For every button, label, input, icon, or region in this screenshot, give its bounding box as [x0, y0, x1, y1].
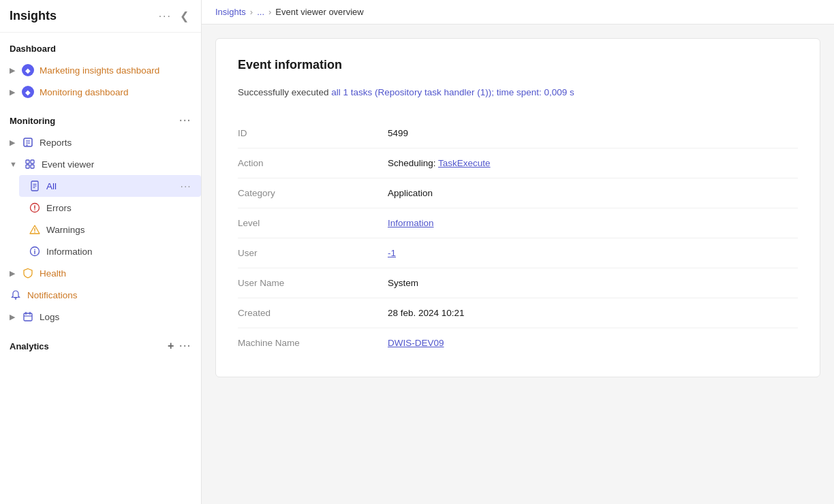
- machine-link[interactable]: DWIS-DEV09: [388, 338, 444, 348]
- svg-rect-4: [26, 160, 29, 163]
- sidebar-title: Insights: [10, 9, 57, 23]
- content-area: Event information Successfully executed …: [202, 25, 834, 504]
- field-value-level: Information: [388, 208, 798, 238]
- sidebar-item-errors[interactable]: Errors: [19, 197, 201, 219]
- field-value-id: 5499: [388, 119, 798, 148]
- sidebar-item-logs[interactable]: ▶ Logs: [0, 306, 201, 328]
- dashboard-nav-group: ▶ ◆ Marketing insights dashboard ▶ ◆ Mon…: [0, 58, 201, 104]
- chevron-down-icon: ▼: [10, 160, 17, 168]
- svg-rect-7: [31, 165, 34, 168]
- triangle-warn-icon: [29, 223, 41, 236]
- sidebar-item-all[interactable]: All ···: [19, 175, 201, 197]
- event-viewer-subnav: All ··· Errors Warnings: [0, 175, 201, 262]
- monitoring-section-label: Monitoring ···: [0, 104, 201, 130]
- grid-icon: [24, 158, 36, 170]
- field-value-action: Scheduling: TaskExecute: [388, 148, 798, 178]
- svg-rect-23: [24, 313, 32, 321]
- analytics-actions: + ···: [168, 340, 191, 352]
- table-row-created: Created 28 feb. 2024 10:21: [238, 298, 798, 328]
- level-link[interactable]: Information: [388, 218, 434, 228]
- sidebar-collapse-button[interactable]: ❮: [177, 8, 191, 24]
- user-link[interactable]: -1: [388, 248, 396, 258]
- breadcrumb-current: Event viewer overview: [275, 7, 363, 17]
- sidebar-item-notifications[interactable]: Notifications: [0, 284, 201, 306]
- table-row-category: Category Application: [238, 178, 798, 208]
- event-info-card: Event information Successfully executed …: [215, 38, 820, 377]
- chevron-icon: ▶: [10, 138, 15, 147]
- field-label-level: Level: [238, 208, 388, 238]
- table-row-user: User -1: [238, 238, 798, 268]
- field-label-machine: Machine Name: [238, 328, 388, 358]
- reports-icon: [22, 136, 34, 148]
- field-value-username: System: [388, 268, 798, 298]
- sidebar: Insights ··· ❮ Dashboard ▶ ◆ Marketing i…: [0, 0, 202, 504]
- field-label-id: ID: [238, 119, 388, 148]
- field-value-category: Application: [388, 178, 798, 208]
- breadcrumb-dots[interactable]: ...: [257, 7, 264, 17]
- svg-rect-6: [26, 165, 29, 168]
- calendar-icon: [22, 311, 34, 323]
- event-info-table: ID 5499 Action Scheduling: TaskExecute C…: [238, 119, 798, 358]
- doc-icon: [29, 180, 41, 192]
- svg-point-19: [34, 249, 35, 251]
- table-row-action: Action Scheduling: TaskExecute: [238, 148, 798, 178]
- success-message: Successfully executed all 1 tasks (Repos…: [238, 86, 798, 99]
- main-content: Insights › ... › Event viewer overview E…: [202, 0, 834, 504]
- breadcrumb-sep-2: ›: [268, 7, 271, 17]
- sidebar-item-warnings[interactable]: Warnings: [19, 219, 201, 240]
- dashboard-section-label: Dashboard: [0, 33, 201, 58]
- sidebar-header-actions: ··· ❮: [159, 8, 191, 24]
- field-label-created: Created: [238, 298, 388, 328]
- sidebar-header: Insights ··· ❮: [0, 0, 201, 33]
- globe-icon-2: ◆: [22, 86, 34, 98]
- analytics-add-button[interactable]: +: [168, 340, 174, 352]
- table-row-machine: Machine Name DWIS-DEV09: [238, 328, 798, 358]
- circle-err-icon: [29, 202, 41, 214]
- field-label-action: Action: [238, 148, 388, 178]
- field-value-machine: DWIS-DEV09: [388, 328, 798, 358]
- sidebar-item-marketing[interactable]: ▶ ◆ Marketing insights dashboard: [0, 59, 201, 81]
- chevron-icon: ▶: [10, 88, 15, 97]
- svg-point-14: [34, 209, 35, 210]
- monitoring-nav-group: ▶ Reports ▼ Event viewer All ···: [0, 130, 201, 329]
- breadcrumb-sep-1: ›: [250, 7, 253, 17]
- svg-rect-5: [31, 160, 34, 163]
- sidebar-item-health[interactable]: ▶ Health: [0, 262, 201, 284]
- circle-info-icon: [29, 245, 41, 257]
- svg-point-22: [15, 298, 16, 300]
- field-value-created: 28 feb. 2024 10:21: [388, 298, 798, 328]
- sidebar-item-monitoring-dash[interactable]: ▶ ◆ Monitoring dashboard: [0, 81, 201, 103]
- table-row-username: User Name System: [238, 268, 798, 298]
- chevron-icon: ▶: [10, 269, 15, 278]
- monitoring-more-button[interactable]: ···: [179, 115, 191, 126]
- sidebar-item-reports[interactable]: ▶ Reports: [0, 131, 201, 153]
- sidebar-more-button[interactable]: ···: [159, 10, 172, 22]
- field-label-category: Category: [238, 178, 388, 208]
- chevron-icon: ▶: [10, 66, 15, 75]
- action-link[interactable]: TaskExecute: [438, 158, 491, 168]
- analytics-section-label: Analytics + ···: [0, 329, 201, 356]
- card-title: Event information: [238, 58, 798, 72]
- field-label-username: User Name: [238, 268, 388, 298]
- success-highlight: all 1 tasks (Repository task handler (1)…: [331, 87, 574, 97]
- sidebar-item-information[interactable]: Information: [19, 240, 201, 262]
- shield-icon: [22, 267, 34, 279]
- field-value-user: -1: [388, 238, 798, 268]
- breadcrumb: Insights › ... › Event viewer overview: [202, 0, 834, 25]
- table-row-level: Level Information: [238, 208, 798, 238]
- all-more-button[interactable]: ···: [181, 180, 191, 191]
- chevron-icon: ▶: [10, 313, 15, 321]
- svg-point-17: [34, 232, 35, 233]
- bell-icon: [10, 289, 22, 301]
- globe-icon: ◆: [22, 64, 34, 76]
- analytics-more-button[interactable]: ···: [179, 341, 191, 351]
- field-label-user: User: [238, 238, 388, 268]
- table-row-id: ID 5499: [238, 119, 798, 148]
- sidebar-item-event-viewer[interactable]: ▼ Event viewer: [0, 153, 201, 175]
- breadcrumb-insights[interactable]: Insights: [215, 7, 246, 17]
